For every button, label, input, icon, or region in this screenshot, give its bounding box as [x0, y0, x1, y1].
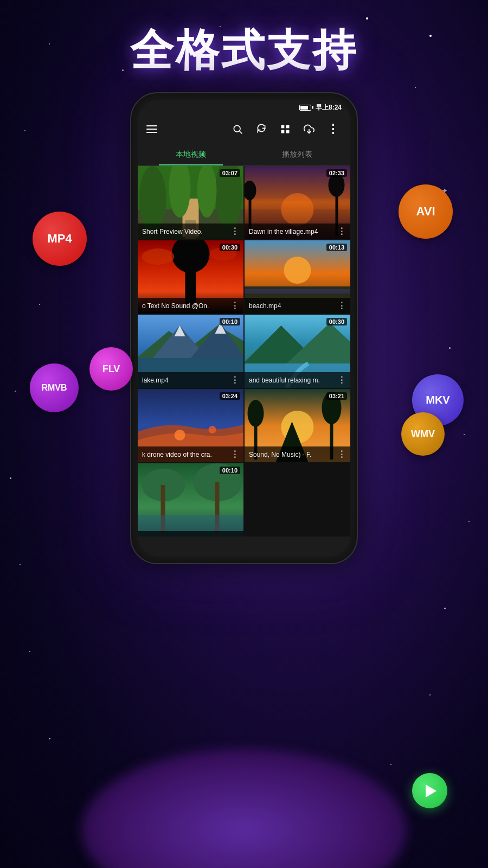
video-name-5: and beautiful relaxing m. — [249, 376, 335, 384]
tab-local-video[interactable]: 本地视频 — [138, 143, 244, 165]
video-more-1[interactable]: ⋮ — [337, 226, 346, 237]
video-grid: 03:07 Short Preview Video. ⋮ — [138, 166, 350, 537]
search-button[interactable] — [229, 120, 246, 138]
video-label-4: lake.mp4 ⋮ — [138, 372, 243, 388]
svg-rect-35 — [245, 289, 350, 293]
video-label-8 — [138, 531, 243, 537]
svg-rect-3 — [286, 125, 290, 129]
svg-rect-5 — [286, 130, 290, 133]
video-more-6[interactable]: ⋮ — [230, 449, 239, 459]
battery-icon — [299, 105, 311, 111]
video-duration-6: 03:24 — [220, 392, 240, 400]
play-fab-button[interactable] — [412, 773, 447, 808]
grid-icon — [280, 124, 291, 135]
svg-rect-2 — [281, 125, 285, 129]
svg-point-0 — [234, 125, 240, 132]
video-duration-2: 00:30 — [220, 244, 240, 251]
video-more-4[interactable]: ⋮ — [230, 375, 239, 385]
tab-bar: 本地视频 播放列表 — [138, 143, 350, 166]
download-icon — [304, 124, 314, 135]
svg-line-1 — [240, 131, 242, 134]
video-item-4[interactable]: 00:10 lake.mp4 ⋮ — [138, 315, 243, 388]
status-time: 早上8:24 — [316, 103, 342, 112]
video-item-2[interactable]: 00:30 o Text No Sound @On. ⋮ — [138, 240, 243, 314]
video-label-2: o Text No Sound @On. ⋮ — [138, 298, 243, 314]
format-bubble-flv[interactable]: FLV — [89, 347, 133, 391]
video-name-4: lake.mp4 — [142, 376, 228, 384]
svg-point-49 — [209, 426, 216, 433]
video-label-0: Short Preview Video. ⋮ — [138, 224, 243, 239]
video-item-5[interactable]: 00:30 and beautiful relaxing m. ⋮ — [245, 315, 350, 388]
status-bar: 早上8:24 — [138, 100, 350, 115]
video-item-7[interactable]: 03:21 Sound, No Music) - F. ⋮ — [245, 389, 350, 462]
video-item-3[interactable]: 00:13 beach.mp4 ⋮ — [245, 240, 350, 314]
video-label-1: Dawn in the village.mp4 ⋮ — [245, 224, 350, 239]
video-duration-0: 03:07 — [220, 169, 240, 177]
video-duration-8: 00:10 — [220, 467, 240, 474]
svg-point-11 — [139, 166, 166, 231]
video-item-8[interactable]: 00:10 — [138, 463, 243, 537]
svg-rect-4 — [281, 130, 285, 133]
video-thumb-8 — [138, 463, 243, 537]
video-duration-5: 00:30 — [326, 318, 347, 326]
video-label-7: Sound, No Music) - F. ⋮ — [245, 446, 350, 462]
format-bubble-wmv[interactable]: WMV — [401, 412, 445, 456]
play-icon — [426, 784, 436, 797]
video-name-6: k drone video of the cra. — [142, 451, 228, 458]
video-duration-4: 00:10 — [220, 318, 240, 326]
format-bubble-mp4[interactable]: MP4 — [33, 212, 87, 266]
svg-point-53 — [248, 400, 264, 427]
video-item-6[interactable]: 03:24 k drone video of the cra. ⋮ — [138, 389, 243, 462]
tab-playlist[interactable]: 播放列表 — [244, 143, 350, 165]
video-more-2[interactable]: ⋮ — [230, 301, 239, 311]
toolbar: ⋮ — [138, 115, 350, 143]
more-options-button[interactable]: ⋮ — [324, 120, 342, 138]
video-name-2: o Text No Sound @On. — [142, 302, 228, 310]
phone-body: 早上8:24 — [130, 92, 358, 564]
video-more-3[interactable]: ⋮ — [337, 301, 346, 311]
download-button[interactable] — [300, 120, 318, 138]
phone-screen: 早上8:24 — [138, 100, 350, 557]
phone-mockup: 早上8:24 — [130, 92, 358, 564]
video-label-6: k drone video of the cra. ⋮ — [138, 446, 243, 462]
video-list: 03:07 Short Preview Video. ⋮ — [138, 166, 350, 557]
format-bubble-rmvb[interactable]: RMVB — [30, 363, 79, 412]
video-name-0: Short Preview Video. — [142, 228, 228, 235]
toolbar-actions: ⋮ — [229, 120, 342, 138]
video-item-1[interactable]: 02:33 Dawn in the village.mp4 ⋮ — [245, 166, 350, 239]
grid-button[interactable] — [277, 120, 294, 138]
refresh-icon — [256, 124, 267, 135]
video-more-0[interactable]: ⋮ — [230, 226, 239, 237]
video-name-3: beach.mp4 — [249, 302, 335, 310]
refresh-button[interactable] — [253, 120, 270, 138]
menu-button[interactable] — [146, 125, 157, 133]
svg-point-48 — [175, 430, 185, 441]
search-icon — [232, 124, 243, 135]
video-label-3: beach.mp4 ⋮ — [245, 298, 350, 314]
video-label-5: and beautiful relaxing m. ⋮ — [245, 372, 350, 388]
svg-point-29 — [142, 248, 175, 265]
svg-point-33 — [284, 257, 311, 284]
video-more-5[interactable]: ⋮ — [337, 375, 346, 385]
format-bubble-avi[interactable]: AVI — [399, 184, 453, 239]
video-duration-7: 03:21 — [326, 392, 347, 400]
heading-section: 全格式支持 — [0, 22, 488, 80]
video-name-1: Dawn in the village.mp4 — [249, 228, 335, 235]
video-item-0[interactable]: 03:07 Short Preview Video. ⋮ — [138, 166, 243, 239]
video-more-7[interactable]: ⋮ — [337, 449, 346, 459]
video-name-7: Sound, No Music) - F. — [249, 451, 335, 458]
video-duration-3: 00:13 — [326, 244, 347, 251]
video-duration-1: 02:33 — [326, 169, 347, 177]
main-title: 全格式支持 — [0, 22, 488, 80]
